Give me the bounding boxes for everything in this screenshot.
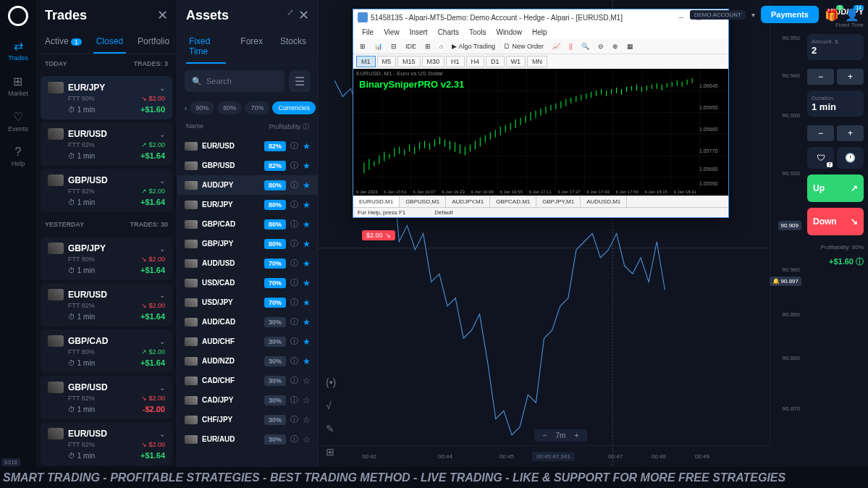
- trade-card[interactable]: GBP/JPY⌄ FTT 80%↘ $2.00 ⏱ 1 min+$1.64: [41, 237, 172, 280]
- filter-button[interactable]: ☰: [289, 70, 311, 92]
- trade-card[interactable]: GBP/CAD⌄ FTT 80%↗ $2.00 ⏱ 1 min+$1.64: [41, 329, 172, 373]
- demo-account-button[interactable]: DEMO ACCOUNT: [690, 10, 746, 20]
- mt5-window[interactable]: 51458135 - Alpari-MT5-Demo: Demo Account…: [353, 9, 729, 218]
- chart-tab[interactable]: GBPJPY,M1: [536, 196, 581, 207]
- menu-charts[interactable]: Charts: [434, 27, 463, 38]
- scroll-left[interactable]: ‹: [185, 101, 187, 115]
- tab-stocks[interactable]: Stocks: [277, 30, 309, 64]
- star-icon[interactable]: ☆: [303, 376, 311, 386]
- trade-card[interactable]: EUR/USD⌄ FTT 82%↗ $2.00 ⏱ 1 min+$1.64: [41, 122, 172, 166]
- gift-icon[interactable]: 🎁3: [825, 8, 839, 22]
- ide-button[interactable]: IDE: [402, 41, 420, 52]
- asset-row[interactable]: CAD/CHF 30% ⓘ ☆: [177, 371, 318, 390]
- chevron-down-icon[interactable]: ⌄: [159, 84, 165, 92]
- info-icon[interactable]: ⓘ: [290, 316, 298, 327]
- asset-row[interactable]: USD/JPY 70% ⓘ ★: [177, 293, 318, 312]
- chip-currencies[interactable]: Currencies: [272, 101, 316, 114]
- menu-help[interactable]: Help: [528, 27, 552, 38]
- tab-portfolio[interactable]: Portfolio: [135, 30, 172, 54]
- asset-row[interactable]: GBP/JPY 80% ⓘ ★: [177, 234, 318, 253]
- duration-minus[interactable]: −: [807, 125, 834, 141]
- down-button[interactable]: Down↘: [807, 208, 864, 235]
- star-icon[interactable]: ★: [303, 356, 311, 366]
- tool-icon[interactable]: ⊖: [594, 41, 607, 52]
- amount-plus[interactable]: +: [837, 69, 864, 85]
- mt5-chart[interactable]: EURUSD, M1 - Euro vs US Dollar BinarySni…: [353, 69, 728, 195]
- asset-row[interactable]: GBP/CAD 80% ⓘ ★: [177, 214, 318, 234]
- star-icon[interactable]: ★: [303, 298, 311, 308]
- asset-row[interactable]: AUD/CHF 30% ⓘ ★: [177, 332, 318, 351]
- rail-market[interactable]: ⊞Market: [8, 75, 28, 97]
- shield-button[interactable]: 🛡7: [807, 147, 834, 169]
- asset-row[interactable]: EUR/JPY 80% ⓘ ★: [177, 195, 318, 214]
- star-icon[interactable]: ☆: [303, 415, 311, 425]
- info-icon[interactable]: ⓘ: [290, 219, 298, 230]
- chart-tab[interactable]: GBPUSD,M1: [400, 196, 446, 207]
- star-icon[interactable]: ★: [303, 180, 311, 190]
- up-button[interactable]: Up↗: [807, 174, 864, 202]
- info-icon[interactable]: ⓘ: [290, 395, 298, 405]
- info-icon[interactable]: ⓘ: [290, 160, 298, 171]
- close-icon[interactable]: ✕: [298, 7, 309, 23]
- trade-card[interactable]: EUR/USD⌄ FTT 82%↘ $2.00 ⏱ 1 min+$1.64: [41, 283, 172, 327]
- pct-90[interactable]: 90%: [190, 101, 214, 114]
- zoom-out[interactable]: −: [540, 432, 550, 439]
- tab-forex[interactable]: Forex: [237, 30, 266, 64]
- chevron-down-icon[interactable]: ⌄: [159, 130, 165, 138]
- pct-70[interactable]: 70%: [245, 101, 269, 114]
- chevron-down-icon[interactable]: ⌄: [159, 384, 165, 392]
- tool-icon[interactable]: ▦: [623, 41, 637, 52]
- timeframe-M15[interactable]: M15: [397, 56, 421, 67]
- star-icon[interactable]: ☆: [303, 395, 311, 405]
- timeframe-M1[interactable]: M1: [356, 56, 376, 67]
- chart-tab[interactable]: GBPCAD,M1: [490, 196, 536, 207]
- menu-insert[interactable]: Insert: [405, 27, 432, 38]
- timeframe-W1[interactable]: W1: [506, 56, 526, 67]
- star-icon[interactable]: ★: [303, 239, 311, 249]
- chart-tab[interactable]: EURUSD,M1: [353, 196, 400, 207]
- timeframe-H1[interactable]: H1: [446, 56, 465, 67]
- layout-icon[interactable]: ⊞: [326, 446, 336, 458]
- menu-window[interactable]: Window: [492, 27, 526, 38]
- chevron-down-icon[interactable]: ⌄: [159, 430, 165, 438]
- asset-row[interactable]: AUD/CAD 30% ⓘ ★: [177, 312, 318, 332]
- chevron-down-icon[interactable]: ⌄: [159, 245, 165, 253]
- amount-minus[interactable]: −: [807, 69, 834, 85]
- chevron-down-icon[interactable]: ⌄: [159, 337, 165, 345]
- tool-icon[interactable]: ||: [565, 41, 576, 52]
- tab-closed[interactable]: Closed: [93, 30, 126, 54]
- trade-card[interactable]: GBP/USD⌄ FTT 82%↘ $2.00 ⏱ 1 min-$2.00: [41, 376, 172, 419]
- tool-icon[interactable]: ⊟: [387, 41, 400, 52]
- info-icon[interactable]: ⓘ: [290, 356, 298, 366]
- avatar-icon[interactable]: 👤14: [845, 8, 859, 22]
- info-icon[interactable]: ⓘ: [290, 336, 298, 347]
- asset-row[interactable]: AUD/USD 70% ⓘ ★: [177, 253, 318, 273]
- info-icon[interactable]: ⓘ: [290, 238, 298, 249]
- timeframe-M30[interactable]: M30: [422, 56, 445, 67]
- star-icon[interactable]: ★: [303, 219, 311, 230]
- menu-view[interactable]: View: [379, 27, 404, 38]
- timeframe-D1[interactable]: D1: [486, 56, 505, 67]
- trade-card[interactable]: GBP/USD⌄ FTT 82%↗ $2.00 ⏱ 1 min+$1.64: [41, 169, 172, 212]
- asset-row[interactable]: EUR/USD 82% ⓘ ★: [177, 136, 318, 156]
- chart-tab[interactable]: AUDJPY,M1: [446, 196, 490, 207]
- expand-icon[interactable]: ⤢: [287, 7, 294, 23]
- zoom-control[interactable]: − 7m +: [534, 429, 588, 442]
- tab-active[interactable]: Active1: [42, 30, 85, 54]
- tool-icon[interactable]: ⊞: [421, 41, 434, 52]
- trade-card[interactable]: EUR/JPY⌄ FTT 80%↘ $2.00 ⏱ 1 min+$1.60: [41, 76, 172, 119]
- info-icon[interactable]: ⓘ: [290, 277, 298, 288]
- info-icon[interactable]: ⓘ: [290, 297, 298, 308]
- chart-tab[interactable]: AUDUSD,M1: [581, 196, 627, 207]
- asset-row[interactable]: USD/CAD 70% ⓘ ★: [177, 273, 318, 293]
- payments-button[interactable]: Payments: [761, 6, 819, 23]
- chevron-down-icon[interactable]: ▾: [751, 11, 755, 19]
- info-icon[interactable]: ⓘ: [290, 199, 298, 210]
- asset-row[interactable]: CAD/JPY 30% ⓘ ☆: [177, 390, 318, 410]
- chevron-down-icon[interactable]: ⌄: [159, 177, 165, 185]
- info-icon[interactable]: ⓘ: [290, 258, 298, 269]
- tool-icon[interactable]: 🔍: [578, 41, 593, 52]
- search-input[interactable]: 🔍Search: [185, 70, 285, 92]
- amount-field[interactable]: Amount, $ 2: [807, 34, 864, 60]
- rail-help[interactable]: ?Help: [12, 146, 25, 167]
